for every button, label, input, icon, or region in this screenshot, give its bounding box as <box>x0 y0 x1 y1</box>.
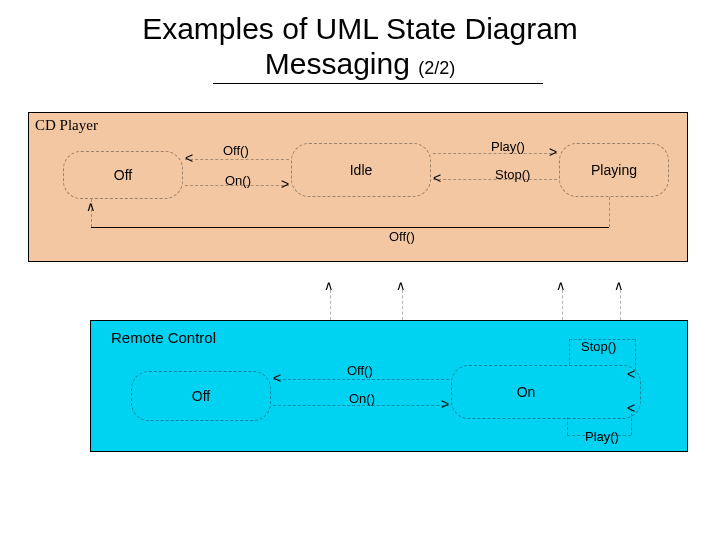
state-idle: Idle <box>291 143 431 197</box>
rc-event-stop: Stop() <box>581 339 616 354</box>
rc-state-off: Off <box>131 371 271 421</box>
event-on: On() <box>225 173 251 188</box>
rc-state-off-label: Off <box>192 388 210 404</box>
state-off-label: Off <box>114 167 132 183</box>
rc-event-off: Off() <box>347 363 373 378</box>
msg-line-3 <box>562 290 563 320</box>
edge-off-idle-top <box>185 159 289 160</box>
cd-player-panel: CD Player Off Idle Playing Off() On() Pl… <box>28 112 688 262</box>
arrow-off-to-idle <box>281 177 289 191</box>
title-page: (2/2) <box>418 58 455 78</box>
state-playing-label: Playing <box>591 162 637 178</box>
rc-stop-top <box>569 339 635 340</box>
title-line1: Examples of UML State Diagram <box>142 12 578 45</box>
msg-line-2 <box>402 290 403 320</box>
msg-line-4 <box>620 290 621 320</box>
rc-play-arrow <box>627 401 635 415</box>
rc-stop-arrow <box>627 367 635 381</box>
arrow-playing-to-idle <box>433 171 441 185</box>
edge-playing-down <box>609 197 610 227</box>
event-stop: Stop() <box>495 167 530 182</box>
page-title: Examples of UML State Diagram Messaging … <box>0 0 720 81</box>
event-play: Play() <box>491 139 525 154</box>
event-off2: Off() <box>389 229 415 244</box>
rc-state-on-label: On <box>517 384 536 400</box>
msg-arrow-1 <box>324 278 334 292</box>
rc-play-up <box>567 417 568 435</box>
event-off: Off() <box>223 143 249 158</box>
rc-event-on: On() <box>349 391 375 406</box>
title-line2: Messaging <box>265 47 410 80</box>
rc-edge-top <box>273 379 449 380</box>
rc-state-on: On <box>451 365 641 419</box>
rc-arrow-on-to-off <box>273 371 281 385</box>
arrow-idle-to-off <box>185 151 193 165</box>
rc-arrow-off-to-on <box>441 397 449 411</box>
state-off: Off <box>63 151 183 199</box>
rc-stop-up <box>569 339 570 365</box>
state-idle-label: Idle <box>350 162 373 178</box>
rc-panel-title: Remote Control <box>111 329 216 346</box>
cd-panel-title: CD Player <box>35 117 98 134</box>
msg-arrow-2 <box>396 278 406 292</box>
edge-off-long <box>91 227 609 228</box>
title-underline <box>213 83 543 84</box>
msg-arrow-4 <box>614 278 624 292</box>
state-playing: Playing <box>559 143 669 197</box>
remote-control-panel: Remote Control Off On Off() On() Stop() … <box>90 320 688 452</box>
msg-line-1 <box>330 290 331 320</box>
rc-event-play: Play() <box>585 429 619 444</box>
arrow-off2-to-off <box>86 199 96 213</box>
arrow-idle-to-playing <box>549 145 557 159</box>
msg-arrow-3 <box>556 278 566 292</box>
